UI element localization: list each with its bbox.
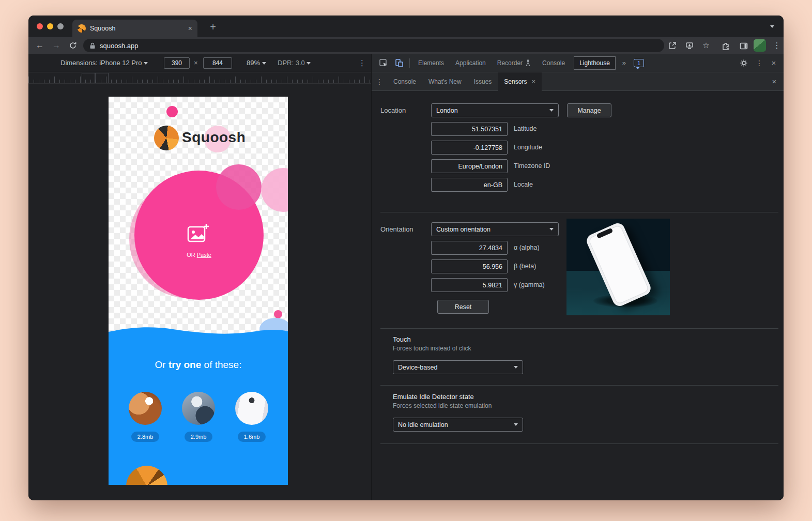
tab-lighthouse[interactable]: Lighthouse — [574, 56, 616, 70]
ruler-segment — [82, 73, 95, 83]
reload-icon[interactable] — [69, 41, 77, 50]
sample-image-phone[interactable] — [235, 392, 268, 425]
add-image-button[interactable] — [187, 223, 210, 244]
idle-select[interactable]: No idle emulation — [393, 418, 523, 432]
sample-size-badge: 2.9mb — [185, 432, 212, 442]
drawer-tab-sensors[interactable]: Sensors× — [498, 72, 542, 91]
sample-image-redpanda[interactable] — [129, 392, 162, 425]
zoom-dropdown[interactable]: 89% — [247, 54, 266, 72]
alpha-input[interactable]: 27.4834 — [431, 241, 508, 255]
devtools-close-icon[interactable]: × — [767, 58, 780, 67]
squoosh-favicon-icon — [78, 24, 86, 33]
more-tabs-icon[interactable]: » — [619, 59, 630, 67]
beta-input[interactable]: 56.956 — [431, 259, 508, 273]
section-divider — [380, 212, 778, 212]
drawer-close-icon[interactable]: × — [765, 77, 784, 86]
drawer-menu-kebab-icon[interactable]: ⋮ — [372, 78, 387, 86]
browser-tab-squoosh[interactable]: Squoosh × — [72, 20, 197, 37]
pink-dot-small — [274, 310, 282, 318]
timezone-input[interactable]: Europe/London — [431, 159, 508, 173]
touch-description: Forces touch instead of click — [393, 345, 471, 352]
pink-blob-upper-right — [216, 164, 262, 210]
longitude-input[interactable]: -0.127758 — [431, 141, 508, 155]
bookmark-star-icon[interactable]: ☆ — [699, 37, 713, 54]
toolbar-divider — [409, 58, 410, 68]
devtools-menu-kebab-icon[interactable]: ⋮ — [754, 59, 765, 67]
device-type-dropdown[interactable]: Dimensions: iPhone 12 Pro — [60, 54, 148, 72]
paste-link[interactable]: Paste — [197, 252, 211, 258]
location-label: Location — [380, 106, 406, 114]
close-sensors-tab-icon[interactable]: × — [531, 72, 535, 91]
window-minimize-button[interactable] — [47, 23, 53, 29]
side-panel-icon[interactable] — [739, 41, 748, 51]
open-in-new-icon[interactable] — [668, 41, 677, 50]
tab-elements[interactable]: Elements — [412, 54, 450, 72]
locale-label: Locale — [514, 181, 533, 188]
window-content: Dimensions: iPhone 12 Pro 390 × 844 89% … — [28, 54, 784, 500]
orientation-phone-preview[interactable] — [566, 219, 670, 315]
touch-title: Touch — [393, 335, 411, 343]
tab-console[interactable]: Console — [537, 54, 571, 72]
drawer-tab-console[interactable]: Console — [387, 72, 422, 91]
phone-3d-model — [585, 221, 653, 309]
orientation-label: Orientation — [380, 225, 413, 233]
inspect-cursor-icon[interactable] — [376, 56, 391, 70]
manage-button[interactable]: Manage — [567, 103, 611, 117]
section-divider — [380, 328, 778, 329]
browser-window: Squoosh × + ← → squoosh.app ☆ ⋮ Dimensio… — [28, 16, 784, 500]
tab-application[interactable]: Application — [450, 54, 492, 72]
device-toolbar-kebab-icon[interactable]: ⋮ — [358, 54, 366, 72]
latitude-label: Latitude — [514, 125, 537, 132]
install-icon[interactable] — [685, 41, 694, 50]
browser-menu-kebab-icon[interactable]: ⋮ — [770, 37, 784, 54]
section-divider — [380, 385, 778, 386]
window-close-button[interactable] — [37, 23, 43, 29]
device-height-input[interactable]: 844 — [203, 57, 232, 69]
try-one-text: Or try one of these: — [109, 359, 288, 371]
beta-label: β (beta) — [514, 263, 536, 270]
location-select[interactable]: London — [431, 103, 559, 117]
extensions-puzzle-icon[interactable] — [722, 41, 731, 51]
tab-recorder[interactable]: Recorder — [492, 54, 537, 72]
url-text: squoosh.app — [100, 42, 138, 50]
tab-close-icon[interactable]: × — [188, 24, 192, 33]
device-emulation-pane: Dimensions: iPhone 12 Pro 390 × 844 89% … — [28, 54, 371, 500]
settings-gear-icon[interactable] — [736, 56, 752, 70]
tab-strip: Squoosh × + — [28, 16, 784, 37]
reset-button[interactable]: Reset — [437, 300, 489, 314]
locale-input[interactable]: en-GB — [431, 178, 508, 192]
chevron-down-icon — [514, 423, 518, 426]
tab-search-chevron-icon[interactable] — [770, 25, 774, 28]
squoosh-logo-icon — [154, 126, 179, 150]
pink-dot-decoration — [166, 106, 178, 117]
touch-select[interactable]: Device-based — [393, 360, 523, 374]
sample-image-dog[interactable] — [182, 392, 215, 425]
flask-icon — [525, 59, 531, 66]
new-tab-button[interactable]: + — [205, 20, 221, 35]
browser-toolbar: ← → squoosh.app ☆ ⋮ — [28, 37, 784, 54]
blue-wave — [109, 325, 288, 340]
forward-icon[interactable]: → — [49, 37, 64, 54]
dpr-dropdown[interactable]: DPR: 3.0 — [278, 54, 311, 72]
alpha-label: α (alpha) — [514, 244, 540, 251]
device-toolbar: Dimensions: iPhone 12 Pro 390 × 844 89% … — [28, 54, 371, 72]
orientation-select[interactable]: Custom orientation — [431, 222, 559, 236]
devtools-main-tabbar: Elements Application Recorder Console Li… — [372, 54, 784, 72]
gamma-label: γ (gamma) — [514, 281, 545, 288]
url-bar[interactable]: squoosh.app — [83, 39, 664, 52]
back-icon[interactable]: ← — [33, 37, 47, 54]
ruler-segment — [95, 73, 109, 83]
gamma-input[interactable]: 5.9821 — [431, 278, 508, 292]
latitude-input[interactable]: 51.507351 — [431, 122, 508, 136]
drawer-tab-issues[interactable]: Issues — [468, 72, 498, 91]
device-width-input[interactable]: 390 — [164, 57, 190, 69]
device-toolbar-toggle-icon[interactable] — [391, 56, 407, 70]
drawer-tab-whats-new[interactable]: What's New — [422, 72, 468, 91]
chevron-down-icon — [514, 366, 518, 369]
console-message-badge[interactable]: 1 — [634, 59, 644, 67]
or-paste-text: OR Paste — [167, 252, 231, 258]
section-divider — [380, 443, 778, 444]
window-fullscreen-button[interactable] — [57, 23, 64, 29]
sample-size-badge: 2.8mb — [131, 432, 159, 442]
profile-avatar[interactable] — [754, 39, 766, 52]
